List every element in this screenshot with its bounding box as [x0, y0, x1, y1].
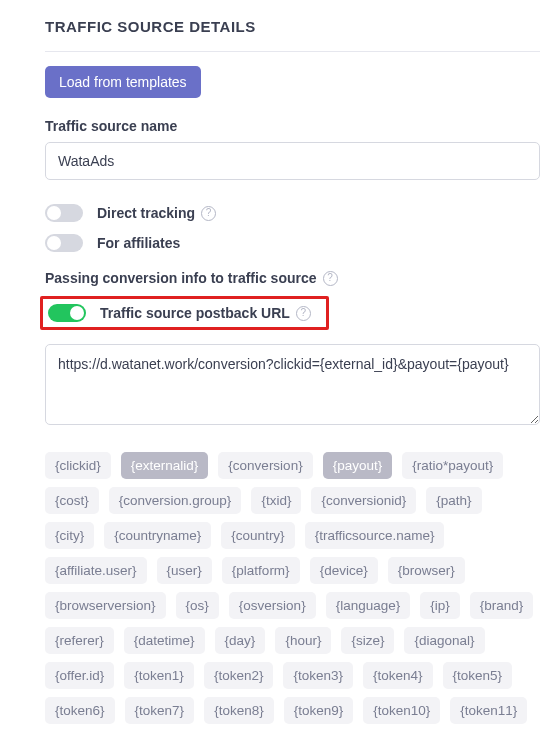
token-chip[interactable]: {token3} — [283, 662, 353, 689]
token-chip[interactable]: {path} — [426, 487, 481, 514]
token-chip[interactable]: {hour} — [275, 627, 331, 654]
token-chip[interactable]: {browser} — [388, 557, 465, 584]
token-chip[interactable]: {affiliate.user} — [45, 557, 147, 584]
token-chip[interactable]: {txid} — [251, 487, 301, 514]
token-list: {clickid}{externalid}{conversion}{payout… — [45, 452, 540, 730]
token-chip[interactable]: {token9} — [284, 697, 354, 724]
token-chip[interactable]: {token7} — [125, 697, 195, 724]
section-title: TRAFFIC SOURCE DETAILS — [45, 18, 540, 52]
token-chip[interactable]: {conversionid} — [311, 487, 416, 514]
token-chip[interactable]: {token4} — [363, 662, 433, 689]
token-chip[interactable]: {token1} — [124, 662, 194, 689]
token-chip[interactable]: {token5} — [443, 662, 513, 689]
passing-info-heading: Passing conversion info to traffic sourc… — [45, 270, 338, 286]
token-chip[interactable]: {conversion} — [218, 452, 312, 479]
help-icon[interactable]: ? — [323, 271, 338, 286]
for-affiliates-label: For affiliates — [97, 235, 180, 251]
token-chip[interactable]: {country} — [221, 522, 294, 549]
token-chip[interactable]: {day} — [215, 627, 266, 654]
postback-toggle-label: Traffic source postback URL ? — [100, 305, 311, 321]
token-chip[interactable]: {token6} — [45, 697, 115, 724]
token-chip[interactable]: {datetime} — [124, 627, 205, 654]
token-chip[interactable]: {ratio*payout} — [402, 452, 503, 479]
token-chip[interactable]: {osversion} — [229, 592, 316, 619]
traffic-source-name-input[interactable] — [45, 142, 540, 180]
help-icon[interactable]: ? — [296, 306, 311, 321]
token-chip[interactable]: {diagonal} — [404, 627, 484, 654]
postback-toggle-highlight: Traffic source postback URL ? — [40, 296, 329, 330]
token-chip[interactable]: {token2} — [204, 662, 274, 689]
token-chip[interactable]: {countryname} — [104, 522, 211, 549]
token-chip[interactable]: {externalid} — [121, 452, 209, 479]
token-chip[interactable]: {conversion.group} — [109, 487, 242, 514]
token-chip[interactable]: {token10} — [363, 697, 440, 724]
postback-url-textarea[interactable] — [45, 344, 540, 425]
token-chip[interactable]: {brand} — [470, 592, 534, 619]
help-icon[interactable]: ? — [201, 206, 216, 221]
token-chip[interactable]: {offer.id} — [45, 662, 114, 689]
token-chip[interactable]: {referer} — [45, 627, 114, 654]
token-chip[interactable]: {platform} — [222, 557, 300, 584]
token-chip[interactable]: {payout} — [323, 452, 393, 479]
token-chip[interactable]: {language} — [326, 592, 411, 619]
for-affiliates-toggle[interactable] — [45, 234, 83, 252]
load-templates-button[interactable]: Load from templates — [45, 66, 201, 98]
token-chip[interactable]: {user} — [157, 557, 212, 584]
postback-toggle[interactable] — [48, 304, 86, 322]
direct-tracking-label: Direct tracking ? — [97, 205, 216, 221]
token-chip[interactable]: {clickid} — [45, 452, 111, 479]
token-chip[interactable]: {city} — [45, 522, 94, 549]
direct-tracking-toggle[interactable] — [45, 204, 83, 222]
token-chip[interactable]: {device} — [310, 557, 378, 584]
token-chip[interactable]: {token8} — [204, 697, 274, 724]
token-chip[interactable]: {browserversion} — [45, 592, 166, 619]
token-chip[interactable]: {token11} — [450, 697, 527, 724]
name-field-label: Traffic source name — [45, 118, 540, 134]
token-chip[interactable]: {ip} — [420, 592, 460, 619]
token-chip[interactable]: {size} — [341, 627, 394, 654]
token-chip[interactable]: {trafficsource.name} — [305, 522, 445, 549]
token-chip[interactable]: {os} — [176, 592, 219, 619]
token-chip[interactable]: {cost} — [45, 487, 99, 514]
